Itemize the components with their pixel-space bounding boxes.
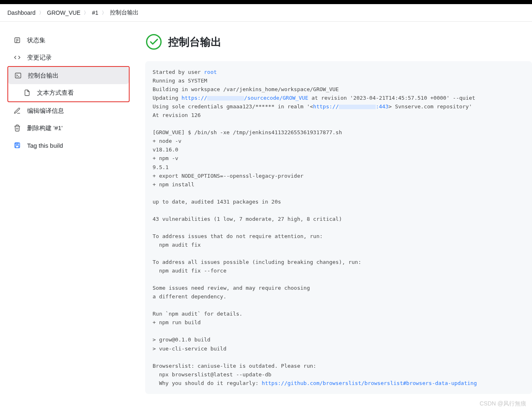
svg-point-9 <box>147 35 161 49</box>
breadcrumb: Dashboard 〉 GROW_VUE 〉 #1 〉 控制台输出 <box>0 4 532 22</box>
sidebar-item-label: 控制台输出 <box>28 72 59 80</box>
page-header: 控制台输出 <box>145 33 532 50</box>
chevron-right-icon: 〉 <box>84 9 89 16</box>
chevron-right-icon: 〉 <box>39 9 44 16</box>
sidebar-item-edit-build-info[interactable]: 编辑编译信息 <box>7 102 133 119</box>
sidebar-item-label: 编辑编译信息 <box>27 107 64 115</box>
edit-icon <box>13 107 21 115</box>
sidebar-item-console-output[interactable]: 控制台输出 <box>8 67 129 84</box>
sidebar-item-status[interactable]: 状态集 <box>7 32 133 49</box>
sidebar-item-changes[interactable]: 变更记录 <box>7 49 133 66</box>
sidebar-item-tag-build[interactable]: Tag this build <box>7 137 133 154</box>
terminal-icon <box>14 71 22 80</box>
redacted <box>339 105 376 109</box>
sidebar-item-label: 文本方式查看 <box>37 89 74 97</box>
save-icon <box>13 141 21 149</box>
document-icon <box>23 89 31 97</box>
redacted <box>207 96 244 101</box>
svn-url-link[interactable]: https:///sourcecode/GROW_VUE <box>181 95 308 101</box>
sidebar-item-label: 删除构建 '#1' <box>27 124 63 132</box>
sidebar-item-delete-build[interactable]: 删除构建 '#1' <box>7 119 133 137</box>
sidebar-item-label: 状态集 <box>27 37 46 44</box>
main-content: 控制台输出 Started by user root Running as SY… <box>133 22 532 399</box>
breadcrumb-current[interactable]: 控制台输出 <box>110 9 139 16</box>
sidebar: 状态集 变更记录 控制台输出 文本方式查看 <box>0 22 133 399</box>
changes-icon <box>13 53 21 62</box>
page-title: 控制台输出 <box>168 35 221 49</box>
console-output: Started by user root Running as SYSTEM B… <box>145 61 532 394</box>
breadcrumb-project[interactable]: GROW_VUE <box>47 9 81 16</box>
breadcrumb-dashboard[interactable]: Dashboard <box>7 9 36 16</box>
highlight-box: 控制台输出 文本方式查看 <box>7 66 130 102</box>
breadcrumb-build[interactable]: #1 <box>92 9 98 16</box>
realm-link[interactable]: https://:443 <box>313 103 388 110</box>
success-check-icon <box>145 33 162 50</box>
svg-rect-7 <box>16 143 18 144</box>
browserslist-link[interactable]: https://github.com/browserslist/browsers… <box>262 380 477 386</box>
sidebar-item-label: Tag this build <box>27 142 63 149</box>
svg-rect-8 <box>16 146 19 148</box>
sidebar-item-plain-text[interactable]: 文本方式查看 <box>8 84 129 101</box>
sidebar-item-label: 变更记录 <box>27 54 52 62</box>
top-bar <box>0 0 532 4</box>
svg-rect-4 <box>15 73 21 78</box>
trash-icon <box>13 124 21 132</box>
chevron-right-icon: 〉 <box>102 9 107 16</box>
user-link[interactable]: root <box>204 69 217 75</box>
status-icon <box>13 36 21 44</box>
